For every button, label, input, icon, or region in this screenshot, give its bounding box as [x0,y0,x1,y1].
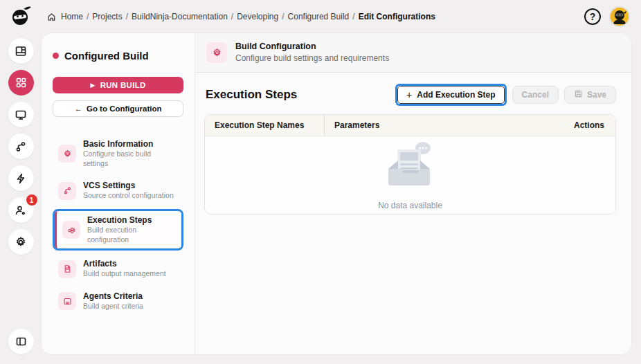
rail-item-vcs[interactable] [8,134,34,159]
user-gear-icon [15,204,27,217]
ninja-logo-icon [8,4,33,32]
app-logo[interactable] [7,4,35,32]
nav-item-subtitle: Build output management [83,269,166,279]
breadcrumb-home[interactable]: Home [61,12,83,21]
main-panel: Build Configuration Configure build sett… [195,33,631,354]
save-icon [574,89,583,100]
user-avatar[interactable] [609,6,630,27]
agent-monitor-icon [58,292,76,310]
nav-item-title: Execution Steps [87,215,176,226]
rail-item-user-management[interactable]: 1 [8,197,34,223]
breadcrumb-separator: / [282,12,284,21]
nav-item-title: Agents Criteria [83,291,143,302]
project-title-row: Configured Build [53,50,183,62]
section-title: Execution Steps [206,88,297,102]
section-header-row: Execution Steps + Add Execution Step Can… [206,84,616,106]
rail-item-collapse-panel[interactable] [8,329,34,354]
nav-item-subtitle: Build agent criteria [83,302,143,311]
nav-item-text: Basic Information Configure basic build … [83,139,178,168]
rail-item-agents[interactable] [8,102,34,127]
save-button[interactable]: Save [564,86,616,104]
annotation-box-add-execution-step: + Add Execution Step [395,84,507,106]
build-configuration-header: Build Configuration Configure build sett… [195,33,631,73]
home-icon [47,12,56,21]
git-branch-icon [58,182,76,200]
save-label: Save [587,90,606,100]
nav-item-subtitle: Source control configuration [83,191,174,201]
nav-item-text: VCS Settings Source control configuratio… [83,181,174,201]
question-mark-icon: ? [590,11,596,22]
icon-rail: 1 [0,0,42,364]
help-button[interactable]: ? [584,8,601,25]
breadcrumb: Home / Projects / BuildNinja-Documentati… [47,12,435,21]
breadcrumb-edit-configurations: Edit Configurations [359,12,435,21]
app-window: 1 [0,0,641,364]
add-execution-step-button[interactable]: + Add Execution Step [397,86,505,104]
rail-item-projects-active[interactable] [8,70,34,95]
settings-gear-icon [15,236,27,248]
status-dot [53,53,59,59]
breadcrumb-separator: / [87,12,89,21]
nav-item-execution-steps[interactable]: Execution Steps Build execution configur… [55,211,181,248]
nav-item-text: Execution Steps Build execution configur… [87,215,176,244]
rail-item-settings[interactable] [8,229,34,255]
lightning-icon [15,172,27,185]
blocks-icon [62,221,80,239]
breadcrumb-developing[interactable]: Developing [237,12,278,21]
nav-item-text: Agents Criteria Build agent criteria [83,291,143,311]
header-text: Build Configuration Configure build sett… [235,41,389,64]
breadcrumb-separator: / [352,12,354,21]
layout-dashboard-icon [15,45,27,57]
page-subtitle: Configure build settings and requirement… [235,53,389,64]
nav-item-title: Basic Information [83,139,178,149]
column-header-step-names: Execution Step Names [205,115,324,136]
table-empty-state: No data available [205,136,615,214]
nav-item-subtitle: Configure basic build settings [83,149,178,168]
git-branch-icon [15,140,27,153]
empty-inbox-illustration [379,140,442,197]
panel-toggle-icon [15,336,27,347]
file-icon [58,260,76,278]
nav-item-subtitle: Build execution configuration [87,226,176,244]
execution-steps-table: Execution Step Names Parameters Actions [204,114,616,215]
execution-steps-section: Execution Steps + Add Execution Step Can… [195,73,631,354]
nav-item-artifacts[interactable]: Artifacts Build output management [53,255,183,283]
notification-badge: 1 [26,194,37,206]
column-header-actions: Actions [564,115,615,136]
monitor-icon [15,109,27,121]
breadcrumb-separator: / [231,12,233,21]
grid-apps-icon [15,77,27,89]
arrow-left-icon: ← [74,104,82,113]
nav-item-agents-criteria[interactable]: Agents Criteria Build agent criteria [53,287,183,316]
top-bar: Home / Projects / BuildNinja-Documentati… [42,0,641,33]
cancel-label: Cancel [522,90,549,100]
nav-item-title: Artifacts [83,259,166,269]
project-title: Configured Build [64,50,149,62]
plus-icon: + [406,90,412,100]
breadcrumb-projects[interactable]: Projects [92,12,122,21]
rail-item-dashboard[interactable] [8,38,34,64]
go-to-configuration-button[interactable]: ← Go to Configuration [53,100,183,117]
table-header-row: Execution Step Names Parameters Actions [205,115,615,136]
breadcrumb-buildninja-documentation[interactable]: BuildNinja-Documentation [132,12,228,21]
gear-icon [206,42,227,63]
rail-item-activity[interactable] [8,165,34,191]
config-nav: Basic Information Configure basic build … [53,135,183,315]
cancel-button[interactable]: Cancel [512,86,559,104]
topbar-actions: ? [584,6,630,27]
run-build-button[interactable]: ▶ RUN BUILD [53,77,183,93]
nav-item-basic-information[interactable]: Basic Information Configure basic build … [53,135,183,172]
breadcrumb-configured-build[interactable]: Configured Build [288,12,350,21]
build-sidebar: Configured Build ▶ RUN BUILD ← Go to Con… [42,33,195,354]
empty-state-text: No data available [378,201,442,210]
nav-item-title: VCS Settings [83,181,174,191]
annotation-box-execution-steps: Execution Steps Build execution configur… [53,209,183,251]
add-execution-step-label: Add Execution Step [417,90,495,100]
run-build-label: RUN BUILD [100,81,146,89]
gear-icon [58,145,76,163]
play-icon: ▶ [90,82,95,89]
nav-item-vcs-settings[interactable]: VCS Settings Source control configuratio… [53,176,183,205]
content-shell: Configured Build ▶ RUN BUILD ← Go to Con… [42,33,631,354]
breadcrumb-separator: / [126,12,128,21]
column-header-parameters: Parameters [324,115,564,136]
